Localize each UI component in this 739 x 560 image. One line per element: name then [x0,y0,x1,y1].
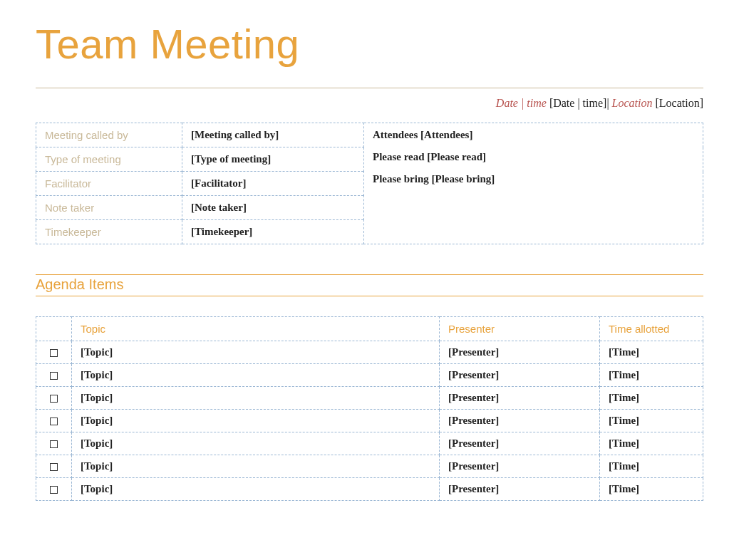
label-type: Type of meeting [36,147,182,172]
meta-line: Date | time [Date | time]| Location [Loc… [36,97,703,110]
horizontal-rule [36,88,703,88]
checkbox-icon[interactable] [50,463,58,471]
agenda-topic[interactable]: [Topic] [72,432,440,455]
agenda-checkbox-cell[interactable] [36,410,72,432]
please-bring-line[interactable]: Please bring [Please bring] [373,173,694,185]
label-facilitator: Facilitator [36,172,182,196]
agenda-checkbox-cell[interactable] [36,341,72,364]
agenda-presenter[interactable]: [Presenter] [440,410,600,432]
label-called-by: Meeting called by [36,123,182,147]
agenda-row: [Topic][Presenter][Time] [36,364,703,387]
agenda-row: [Topic][Presenter][Time] [36,387,703,410]
checkbox-icon[interactable] [50,395,58,403]
info-table: Meeting called by [Meeting called by] At… [36,123,703,244]
label-note-taker: Note taker [36,196,182,220]
checkbox-icon[interactable] [50,372,58,380]
agenda-header-topic: Topic [72,317,440,341]
agenda-presenter[interactable]: [Presenter] [440,455,600,478]
agenda-topic[interactable]: [Topic] [72,341,440,364]
agenda-checkbox-cell[interactable] [36,387,72,410]
agenda-table: Topic Presenter Time allotted [Topic][Pr… [36,316,703,501]
checkbox-icon[interactable] [50,440,58,448]
agenda-presenter[interactable]: [Presenter] [440,364,600,387]
agenda-time[interactable]: [Time] [600,478,703,501]
agenda-topic[interactable]: [Topic] [72,455,440,478]
label-timekeeper: Timekeeper [36,220,182,244]
value-type[interactable]: [Type of meeting] [182,147,364,172]
agenda-topic[interactable]: [Topic] [72,364,440,387]
document-title: Team Meeting [36,20,703,68]
agenda-topic[interactable]: [Topic] [72,410,440,432]
agenda-time[interactable]: [Time] [600,432,703,455]
agenda-presenter[interactable]: [Presenter] [440,478,600,501]
agenda-heading: Agenda Items [36,274,703,296]
value-called-by[interactable]: [Meeting called by] [182,123,364,147]
agenda-time[interactable]: [Time] [600,455,703,478]
checkbox-icon[interactable] [50,418,58,425]
agenda-header-time: Time allotted [600,317,703,341]
datetime-label: Date | time [496,97,547,109]
location-label: Location [612,97,653,109]
agenda-header-presenter: Presenter [440,317,600,341]
agenda-checkbox-cell[interactable] [36,478,72,501]
agenda-row: [Topic][Presenter][Time] [36,478,703,501]
agenda-checkbox-cell[interactable] [36,364,72,387]
agenda-presenter[interactable]: [Presenter] [440,432,600,455]
agenda-presenter[interactable]: [Presenter] [440,341,600,364]
agenda-row: [Topic][Presenter][Time] [36,455,703,478]
agenda-time[interactable]: [Time] [600,410,703,432]
agenda-presenter[interactable]: [Presenter] [440,387,600,410]
agenda-row: [Topic][Presenter][Time] [36,432,703,455]
agenda-topic[interactable]: [Topic] [72,387,440,410]
agenda-header-check [36,317,72,341]
agenda-time[interactable]: [Time] [600,341,703,364]
value-facilitator[interactable]: [Facilitator] [182,172,364,196]
agenda-time[interactable]: [Time] [600,364,703,387]
location-value[interactable]: [Location] [655,97,703,109]
agenda-row: [Topic][Presenter][Time] [36,410,703,432]
agenda-row: [Topic][Presenter][Time] [36,341,703,364]
value-note-taker[interactable]: [Note taker] [182,196,364,220]
value-timekeeper[interactable]: [Timekeeper] [182,220,364,244]
attendees-line[interactable]: Attendees [Attendees] [373,129,694,151]
datetime-value[interactable]: [Date | time] [549,97,607,109]
checkbox-icon[interactable] [50,349,58,357]
agenda-topic[interactable]: [Topic] [72,478,440,501]
agenda-time[interactable]: [Time] [600,387,703,410]
agenda-checkbox-cell[interactable] [36,455,72,478]
right-info-cell: Attendees [Attendees] Please read [Pleas… [364,123,703,244]
checkbox-icon[interactable] [50,486,58,494]
please-read-line[interactable]: Please read [Please read] [373,151,694,173]
agenda-checkbox-cell[interactable] [36,432,72,455]
